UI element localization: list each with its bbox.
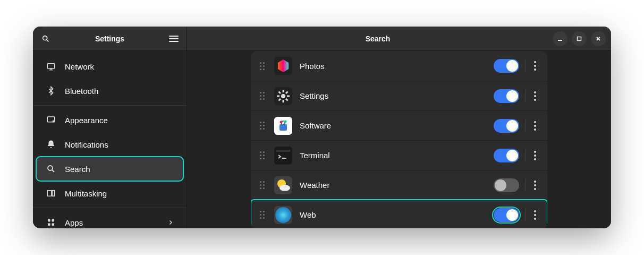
sidebar-item-search[interactable]: Search [36, 157, 183, 181]
drag-handle[interactable] [256, 122, 268, 130]
close-icon [596, 36, 601, 41]
row-menu-button[interactable] [528, 115, 542, 136]
app-label: Weather [300, 181, 494, 190]
bluetooth-icon [46, 85, 56, 96]
sidebar-item-label: Apps [65, 218, 167, 227]
terminal-icon [274, 147, 292, 165]
window-close-button[interactable] [591, 31, 606, 46]
search-provider-row-terminal: Terminal [251, 140, 547, 170]
toggle-switch[interactable] [494, 89, 519, 103]
toggle-switch[interactable] [494, 208, 519, 222]
multitask-icon [46, 188, 56, 199]
svg-point-19 [284, 120, 287, 123]
search-provider-row-software: Software [251, 110, 547, 140]
svg-rect-6 [47, 191, 52, 196]
sidebar-item-label: Network [65, 62, 174, 71]
sidebar-item-appearance[interactable]: Appearance [36, 108, 183, 132]
svg-rect-1 [578, 37, 581, 40]
sidebar: NetworkBluetoothAppearanceNotificationsS… [33, 51, 187, 228]
sidebar-item-notifications[interactable]: Notifications [36, 132, 183, 157]
minimize-icon [557, 36, 563, 41]
svg-rect-8 [48, 219, 50, 222]
main-pane: PhotosSettingsSoftwareTerminalWeatherWeb [187, 51, 611, 228]
toggle-switch[interactable] [494, 119, 519, 133]
app-label: Software [300, 121, 494, 130]
toggle-switch[interactable] [494, 178, 519, 192]
drag-handle[interactable] [256, 62, 268, 70]
svg-point-24 [275, 207, 291, 223]
sidebar-menu-button[interactable] [166, 31, 181, 46]
row-menu-button[interactable] [528, 145, 542, 166]
row-menu-button[interactable] [528, 55, 542, 76]
svg-point-4 [53, 121, 54, 122]
sidebar-item-label: Search [65, 165, 174, 174]
photos-icon [274, 57, 292, 75]
svg-point-15 [281, 94, 285, 98]
sidebar-header: Settings [33, 27, 187, 51]
svg-rect-7 [52, 191, 55, 196]
settings-gear-icon [274, 87, 292, 105]
settings-window: Settings Search NetworkBluetoothAppearan… [33, 27, 611, 228]
drag-handle[interactable] [256, 211, 268, 219]
sidebar-item-label: Notifications [65, 140, 174, 149]
app-label: Photos [300, 62, 494, 71]
svg-rect-10 [48, 224, 50, 226]
search-provider-row-settings: Settings [251, 81, 547, 110]
sidebar-search-button[interactable] [38, 31, 53, 46]
app-label: Settings [300, 91, 494, 100]
search-provider-row-photos: Photos [251, 51, 547, 81]
svg-point-18 [280, 121, 283, 123]
toggle-switch[interactable] [494, 149, 519, 162]
svg-point-0 [43, 36, 47, 40]
page-title: Search [207, 35, 548, 43]
svg-rect-20 [274, 147, 292, 165]
hamburger-icon [169, 36, 179, 42]
window-minimize-button[interactable] [553, 31, 567, 46]
sidebar-title: Settings [53, 35, 166, 43]
search-provider-row-weather: Weather [251, 170, 547, 200]
svg-rect-11 [52, 224, 55, 226]
row-menu-button[interactable] [528, 204, 542, 226]
row-menu-button[interactable] [528, 175, 542, 196]
svg-rect-2 [47, 64, 55, 68]
search-icon [41, 35, 50, 43]
bell-icon [46, 139, 56, 150]
web-icon [274, 206, 292, 224]
search-icon [46, 164, 56, 174]
drag-handle[interactable] [256, 92, 268, 100]
sidebar-item-apps[interactable]: Apps [36, 210, 183, 228]
grid-icon [46, 217, 56, 228]
sidebar-item-label: Bluetooth [65, 87, 174, 96]
monitor-icon [46, 115, 56, 125]
search-provider-row-web: Web [251, 200, 547, 228]
svg-rect-17 [279, 124, 287, 131]
window-maximize-button[interactable] [572, 31, 587, 46]
row-menu-button[interactable] [528, 85, 542, 107]
software-icon [274, 117, 292, 135]
svg-rect-21 [276, 150, 290, 152]
svg-point-23 [279, 185, 290, 191]
network-icon [46, 61, 56, 72]
svg-rect-9 [52, 219, 55, 222]
toggle-switch[interactable] [494, 59, 519, 73]
sidebar-item-network[interactable]: Network [36, 54, 183, 79]
main-header: Search [187, 27, 611, 51]
search-providers-scroll[interactable]: PhotosSettingsSoftwareTerminalWeatherWeb [187, 51, 611, 228]
weather-icon [274, 176, 292, 194]
sidebar-item-bluetooth[interactable]: Bluetooth [36, 79, 183, 103]
sidebar-item-label: Appearance [65, 116, 174, 125]
sidebar-item-multitasking[interactable]: Multitasking [36, 181, 183, 205]
maximize-icon [577, 36, 582, 41]
svg-point-5 [48, 166, 53, 170]
drag-handle[interactable] [256, 151, 268, 159]
chevron-right-icon [167, 219, 174, 226]
app-label: Web [300, 210, 494, 219]
sidebar-item-label: Multitasking [65, 189, 174, 198]
search-providers-list: PhotosSettingsSoftwareTerminalWeatherWeb [251, 51, 547, 228]
drag-handle[interactable] [256, 181, 268, 189]
app-label: Terminal [300, 151, 494, 160]
